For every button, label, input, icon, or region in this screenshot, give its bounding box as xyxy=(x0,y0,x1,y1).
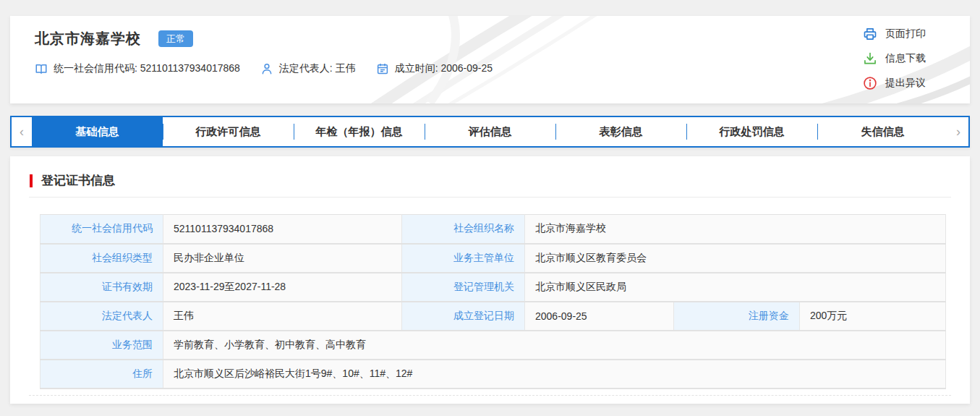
field-value: 2023-11-29至2027-11-28 xyxy=(163,273,402,302)
org-info-row: 统一社会信用代码: 521101137934017868 法定代表人: 王伟 xyxy=(35,62,493,75)
field-label: 证书有效期 xyxy=(41,273,163,302)
raise-objection-button[interactable]: 提出异议 xyxy=(863,75,926,91)
registration-table: 统一社会信用代码 521101137934017868 社会组织名称 北京市海嘉… xyxy=(40,214,946,389)
tabs-next-arrow[interactable]: › xyxy=(948,117,968,146)
section-header: 登记证书信息 xyxy=(30,172,115,189)
table-row: 法定代表人 王伟 成立登记日期 2006-09-25 注册资金 200万元 xyxy=(41,302,946,331)
tab-assessment-info[interactable]: 评估信息 xyxy=(425,117,555,146)
calendar-icon xyxy=(376,62,389,75)
print-page-label: 页面打印 xyxy=(885,27,926,41)
section-title: 登记证书信息 xyxy=(41,172,115,189)
tab-admin-penalty-info[interactable]: 行政处罚信息 xyxy=(686,117,817,146)
field-label: 业务范围 xyxy=(41,331,163,360)
raise-objection-label: 提出异议 xyxy=(885,77,926,90)
field-label: 登记管理机关 xyxy=(402,273,525,302)
legal-rep-text: 法定代表人: 王伟 xyxy=(279,62,356,75)
field-value: 北京市顺义区教育委员会 xyxy=(525,244,946,273)
field-label: 注册资金 xyxy=(674,302,800,331)
field-label: 成立登记日期 xyxy=(402,302,525,331)
printer-icon xyxy=(863,27,877,41)
field-value: 北京市顺义区后沙峪裕民大街1号9#、10#、11#、12# xyxy=(163,360,946,389)
field-value: 200万元 xyxy=(800,302,946,331)
field-value: 王伟 xyxy=(163,302,402,331)
download-info-button[interactable]: 信息下载 xyxy=(863,51,926,67)
credit-code-text: 统一社会信用代码: 521101137934017868 xyxy=(54,62,240,75)
tab-basic-info[interactable]: 基础信息 xyxy=(32,117,163,146)
credit-code-item: 统一社会信用代码: 521101137934017868 xyxy=(35,62,240,75)
print-page-button[interactable]: 页面打印 xyxy=(863,26,926,42)
field-value: 学前教育、小学教育、初中教育、高中教育 xyxy=(163,331,946,360)
org-header-card: 北京市海嘉学校 正常 统一社会信用代码: 521101137934017868 … xyxy=(10,16,970,103)
section-divider xyxy=(29,197,951,198)
field-label: 法定代表人 xyxy=(41,302,163,331)
established-text: 成立时间: 2006-09-25 xyxy=(395,62,493,75)
field-value: 2006-09-25 xyxy=(525,302,674,331)
field-label: 社会组织名称 xyxy=(402,215,525,244)
page: { "header": { "title": "北京市海嘉学校", "statu… xyxy=(0,0,980,416)
table-row: 社会组织类型 民办非企业单位 业务主管单位 北京市顺义区教育委员会 xyxy=(41,244,946,273)
field-label: 统一社会信用代码 xyxy=(41,215,163,244)
dispute-icon xyxy=(863,76,877,90)
person-icon xyxy=(260,62,273,75)
info-tab-bar: ‹ 基础信息 行政许可信息 年检（年报）信息 评估信息 表彰信息 行政处罚信息 … xyxy=(10,116,970,148)
field-label: 住所 xyxy=(41,360,163,389)
download-info-label: 信息下载 xyxy=(885,52,926,65)
page-title: 北京市海嘉学校 xyxy=(35,29,141,48)
registration-info-card: 登记证书信息 统一社会信用代码 521101137934017868 社会组织名… xyxy=(10,156,970,404)
tabs-prev-arrow[interactable]: ‹ xyxy=(12,117,32,146)
table-row: 证书有效期 2023-11-29至2027-11-28 登记管理机关 北京市顺义… xyxy=(41,273,946,302)
field-value: 北京市顺义区民政局 xyxy=(525,273,946,302)
tab-dishonesty-info[interactable]: 失信信息 xyxy=(817,117,948,146)
field-label: 社会组织类型 xyxy=(41,244,163,273)
table-row: 业务范围 学前教育、小学教育、初中教育、高中教育 xyxy=(41,331,946,360)
field-value: 民办非企业单位 xyxy=(163,244,402,273)
tab-commendation-info[interactable]: 表彰信息 xyxy=(555,117,686,146)
field-value: 北京市海嘉学校 xyxy=(525,215,946,244)
bottom-dashed-divider xyxy=(29,395,951,396)
status-badge: 正常 xyxy=(158,30,193,47)
tab-annual-check-info[interactable]: 年检（年报）信息 xyxy=(294,117,425,146)
field-value: 521101137934017868 xyxy=(163,215,402,244)
download-icon xyxy=(863,51,877,66)
established-item: 成立时间: 2006-09-25 xyxy=(376,62,493,75)
field-label: 业务主管单位 xyxy=(402,244,525,273)
header-actions: 页面打印 信息下载 提出异议 xyxy=(863,26,926,100)
table-row: 住所 北京市顺义区后沙峪裕民大街1号9#、10#、11#、12# xyxy=(41,360,946,389)
section-marker-bar xyxy=(30,174,33,187)
table-row: 统一社会信用代码 521101137934017868 社会组织名称 北京市海嘉… xyxy=(41,215,946,244)
legal-rep-item: 法定代表人: 王伟 xyxy=(260,62,356,75)
book-icon xyxy=(35,62,48,75)
tab-admin-license-info[interactable]: 行政许可信息 xyxy=(163,117,294,146)
